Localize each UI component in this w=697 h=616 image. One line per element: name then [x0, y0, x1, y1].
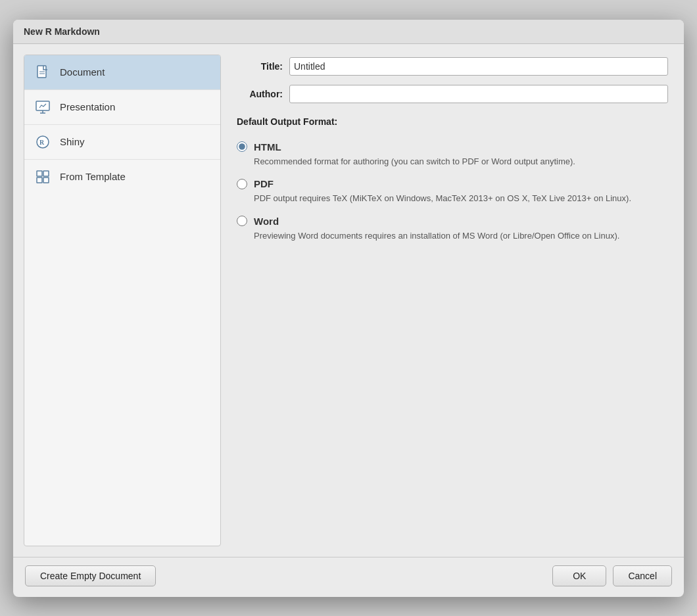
- dialog-title: New R Markdown: [24, 26, 100, 37]
- footer-right-buttons: OK Cancel: [552, 565, 672, 586]
- pdf-radio-row: PDF: [237, 178, 668, 189]
- create-empty-document-button[interactable]: Create Empty Document: [25, 565, 156, 586]
- document-icon: [34, 63, 52, 82]
- sidebar-item-shiny[interactable]: R Shiny: [24, 125, 220, 160]
- ok-button[interactable]: OK: [552, 565, 606, 586]
- new-r-markdown-dialog: New R Markdown Document: [13, 20, 684, 597]
- svg-rect-10: [37, 178, 42, 183]
- main-content: Title: Author: Default Output Format: HT…: [231, 55, 673, 546]
- svg-rect-9: [43, 171, 49, 176]
- svg-rect-8: [37, 171, 42, 176]
- author-row: Author:: [237, 85, 668, 103]
- sidebar-item-presentation[interactable]: Presentation: [24, 90, 220, 125]
- sidebar-item-from-template[interactable]: From Template: [24, 160, 220, 194]
- sidebar-item-label-presentation: Presentation: [60, 101, 115, 112]
- shiny-icon: R: [34, 133, 52, 151]
- from-template-icon: [34, 168, 52, 186]
- sidebar-item-label-shiny: Shiny: [60, 136, 85, 147]
- pdf-radio[interactable]: [237, 179, 247, 189]
- sidebar-item-label-document: Document: [60, 66, 105, 78]
- default-output-format-title: Default Output Format:: [237, 116, 668, 127]
- author-input[interactable]: [289, 85, 668, 103]
- pdf-radio-desc: PDF output requires TeX (MiKTeX on Windo…: [237, 192, 668, 205]
- sidebar-item-document[interactable]: Document: [24, 55, 220, 90]
- cancel-button[interactable]: Cancel: [613, 565, 672, 586]
- word-radio-label[interactable]: Word: [254, 216, 279, 227]
- title-input[interactable]: [289, 57, 668, 76]
- word-radio[interactable]: [237, 216, 247, 226]
- author-label: Author:: [237, 89, 283, 99]
- presentation-icon: [34, 98, 52, 116]
- word-radio-desc: Previewing Word documents requires an in…: [237, 229, 668, 243]
- format-option-html: HTML Recommended format for authoring (y…: [237, 141, 668, 168]
- sidebar-item-label-from-template: From Template: [60, 171, 126, 182]
- title-label: Title:: [237, 61, 283, 72]
- html-radio-desc: Recommended format for authoring (you ca…: [237, 155, 668, 168]
- sidebar: Document Presentation R: [24, 55, 221, 546]
- dialog-titlebar: New R Markdown: [13, 20, 684, 44]
- html-radio[interactable]: [237, 141, 247, 152]
- format-option-pdf: PDF PDF output requires TeX (MiKTeX on W…: [237, 178, 668, 205]
- word-radio-row: Word: [237, 216, 668, 227]
- svg-rect-11: [43, 178, 49, 183]
- format-radio-group: HTML Recommended format for authoring (y…: [237, 141, 668, 243]
- title-row: Title:: [237, 57, 668, 76]
- html-radio-label[interactable]: HTML: [254, 141, 281, 153]
- svg-text:R: R: [39, 139, 45, 146]
- format-option-word: Word Previewing Word documents requires …: [237, 216, 668, 243]
- dialog-footer: Create Empty Document OK Cancel: [13, 557, 684, 597]
- dialog-body: Document Presentation R: [13, 44, 684, 557]
- pdf-radio-label[interactable]: PDF: [254, 178, 274, 189]
- html-radio-row: HTML: [237, 141, 668, 153]
